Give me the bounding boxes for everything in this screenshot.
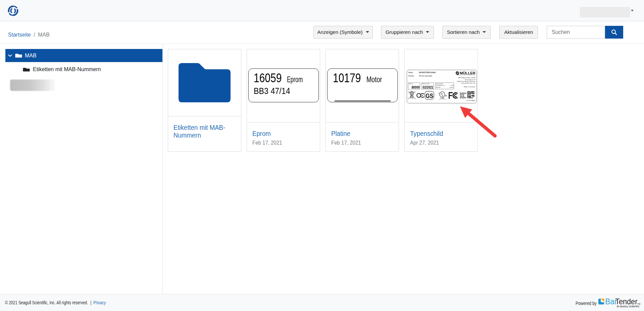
svg-text:50-60 Hz: 50-60 Hz [449,87,453,88]
svg-text:us: us [445,95,447,97]
svg-text:Tender.: Tender. [615,299,639,306]
svg-text:Production date: Production date [422,83,430,85]
svg-text:www.mueller-phs.com: www.mueller-phs.com [461,82,475,84]
svg-text:Gewerbepark 19: Gewerbepark 19 [465,79,476,81]
svg-text:L: L [442,94,443,97]
svg-text:R-R-XXX-PWAD4A: R-R-XXX-PWAD4A [466,100,475,101]
svg-text:GRAPHIC ARTS EQUIPMENT: GRAPHIC ARTS EQUIPMENT [438,99,447,100]
svg-text:BY SEAGULL SCIENTIFIC: BY SEAGULL SCIENTIFIC [617,305,640,308]
svg-text:XXTESTTEST123XX: XXTESTTEST123XX [419,71,436,73]
svg-text:13.0 A: 13.0 A [451,85,453,86]
svg-text:Müller Apparatebau GmbH: Müller Apparatebau GmbH [458,77,476,79]
svg-text:Test for type plate: Test for type plate [419,75,432,77]
svg-text:Model:: Model: [408,72,413,73]
svg-text:FLEXIBLE PAPER HANDLING SOLUTI: FLEXIBLE PAPER HANDLING SOLUTIONS [458,75,476,76]
svg-text:3W+N+PE: 3W+N+PE [436,87,440,88]
svg-text:Made in Germany: Made in Germany [464,86,476,88]
svg-text:Product:: Product: [408,75,414,77]
svg-text:GS: GS [426,92,433,99]
svg-text:80000: 80000 [412,86,420,89]
svg-text:MÜLLER: MÜLLER [460,71,476,75]
svg-text:Technical data: Technical data [436,83,443,85]
svg-text:85402 Kranzberg / Germany: 85402 Kranzberg / Germany [457,81,476,82]
svg-text:02/2021: 02/2021 [423,86,433,89]
svg-text:400-480/230-277 Vac: 400-480/230-277 Vac [436,85,445,86]
svg-text:Serial no.: Serial no. [409,83,413,85]
